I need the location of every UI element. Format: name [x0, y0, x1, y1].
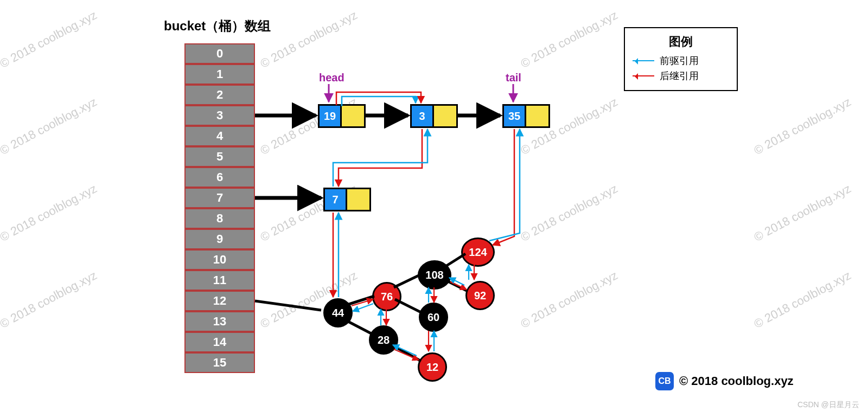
credit-text: © 2018 coolblog.xyz	[679, 374, 794, 388]
list-node-value: 7	[323, 188, 347, 211]
bucket-15: 15	[184, 352, 255, 373]
watermark: © 2018 coolblog.xyz	[752, 95, 853, 158]
watermark: © 2018 coolblog.xyz	[0, 95, 99, 158]
bucket-4: 4	[184, 126, 255, 146]
watermark: © 2018 coolblog.xyz	[0, 8, 99, 71]
legend-next-row: 后继引用	[633, 69, 729, 82]
next-19-to-3	[336, 92, 421, 105]
watermark: © 2018 coolblog.xyz	[519, 268, 620, 331]
watermark: © 2018 coolblog.xyz	[752, 268, 853, 331]
csdn-attribution: CSDN @日星月云	[797, 400, 859, 410]
edge-76-108	[394, 274, 421, 287]
edge-44-76	[347, 296, 374, 305]
tree-node-12: 12	[418, 352, 447, 382]
list-node-value: 19	[318, 104, 342, 128]
watermark: © 2018 coolblog.xyz	[519, 182, 620, 245]
watermark: © 2018 coolblog.xyz	[0, 268, 99, 331]
tree-node-92: 92	[465, 281, 495, 310]
prev-7-to-3	[333, 129, 427, 187]
edge-bucket12-to-tree	[255, 301, 321, 310]
bucket-11: 11	[184, 270, 255, 291]
watermark: © 2018 coolblog.xyz	[519, 8, 620, 71]
watermark: © 2018 coolblog.xyz	[752, 182, 853, 245]
list-node-next	[342, 104, 366, 128]
tail-label: tail	[506, 72, 521, 84]
bucket-7: 7	[184, 188, 255, 208]
tree-node-108: 108	[418, 260, 451, 290]
tree-node-28: 28	[369, 325, 398, 355]
bucket-2: 2	[184, 85, 255, 105]
bucket-13: 13	[184, 311, 255, 332]
legend-prev-label: 前驱引用	[660, 54, 699, 67]
watermark: © 2018 coolblog.xyz	[258, 8, 360, 71]
list-node-next	[526, 104, 550, 128]
legend-next-label: 后继引用	[660, 69, 699, 82]
bucket-8: 8	[184, 208, 255, 229]
head-label: head	[319, 72, 344, 84]
list-node-7: 7	[323, 188, 371, 211]
diagram-canvas: © 2018 coolblog.xyz © 2018 coolblog.xyz …	[0, 0, 868, 411]
prev-124-to-35	[489, 129, 520, 241]
tree-node-60: 60	[419, 303, 448, 332]
legend-title: 图例	[633, 34, 729, 50]
prev-76-44	[353, 304, 373, 311]
legend-prev-row: 前驱引用	[633, 54, 729, 67]
bucket-5: 5	[184, 146, 255, 167]
next-44-76	[352, 299, 373, 306]
bucket-0: 0	[184, 43, 255, 64]
tree-node-124: 124	[461, 237, 495, 267]
list-node-3: 3	[410, 104, 458, 128]
bucket-3: 3	[184, 105, 255, 126]
legend-prev-arrow-icon	[633, 60, 654, 61]
bucket-14: 14	[184, 332, 255, 352]
list-node-value: 35	[502, 104, 526, 128]
next-3-to-7	[339, 129, 422, 187]
arrows-overlay	[0, 0, 868, 411]
prev-92-108	[449, 278, 464, 285]
bucket-10: 10	[184, 249, 255, 270]
legend-box: 图例 前驱引用 后继引用	[624, 27, 738, 91]
bucket-array-title: bucket（桶）数组	[164, 17, 271, 35]
tree-node-44: 44	[323, 298, 353, 327]
next-108-92	[450, 282, 467, 290]
tree-node-76: 76	[372, 282, 401, 311]
list-node-next	[434, 104, 458, 128]
list-node-35: 35	[502, 104, 550, 128]
bucket-12: 12	[184, 291, 255, 311]
list-node-next	[347, 188, 371, 211]
bucket-9: 9	[184, 229, 255, 249]
credit-badge-icon: CB	[655, 372, 674, 390]
bucket-1: 1	[184, 64, 255, 85]
watermark: © 2018 coolblog.xyz	[0, 182, 99, 245]
list-node-value: 3	[410, 104, 434, 128]
next-35-to-124	[493, 129, 514, 245]
list-node-19: 19	[318, 104, 366, 128]
legend-next-arrow-icon	[633, 75, 654, 76]
next-28-12	[394, 349, 419, 360]
bucket-6: 6	[184, 167, 255, 188]
